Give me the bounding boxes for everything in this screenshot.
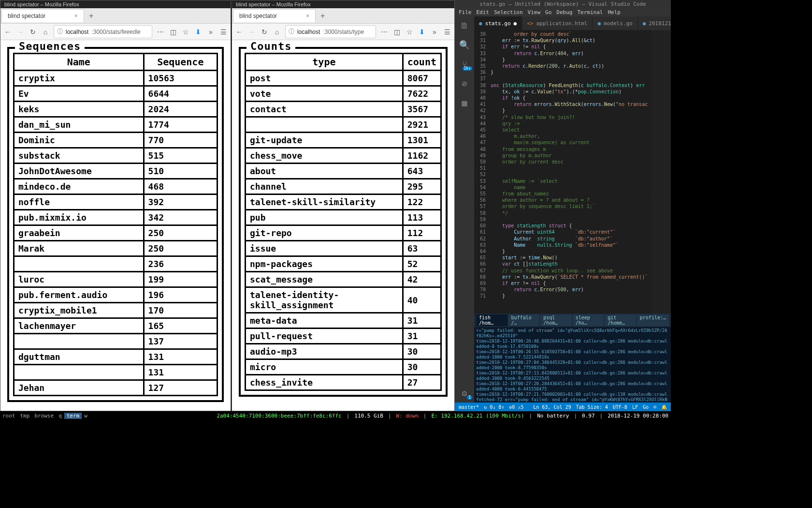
workspace-tmp[interactable]: tmp: [18, 413, 32, 419]
firefox-window-right: blind spectator – Mozilla Firefox blind …: [232, 0, 455, 411]
cell-name: JohnDotAwesome: [14, 164, 144, 179]
gear-icon[interactable]: ⚙: [459, 387, 470, 399]
download-icon[interactable]: ⬇: [418, 28, 426, 36]
table-row: substack515: [14, 148, 218, 164]
reader-icon[interactable]: ◫: [392, 28, 401, 36]
tab-label: blind spectator: [8, 13, 45, 19]
editor-tab[interactable]: ●20181218131...: [638, 16, 671, 30]
terminal-tab[interactable]: fish /hom…: [476, 314, 508, 326]
cell-value: 7622: [403, 86, 441, 102]
overflow-icon[interactable]: »: [430, 28, 439, 36]
cell-name: cryptix_mobile1: [14, 303, 144, 318]
workspace-root[interactable]: root: [0, 413, 18, 419]
cell-value: 131: [144, 349, 217, 365]
language-mode[interactable]: Go: [643, 404, 649, 410]
minimap[interactable]: [652, 30, 671, 314]
menu-item-debug[interactable]: Debug: [556, 9, 572, 15]
eol[interactable]: LF: [632, 404, 638, 410]
encoding[interactable]: UTF-8: [613, 404, 627, 410]
cell-value: 468: [144, 179, 217, 194]
menu-item-help[interactable]: Help: [608, 9, 621, 15]
reload-icon[interactable]: ↻: [29, 28, 37, 36]
close-icon[interactable]: ×: [306, 13, 309, 19]
cell-name: talenet-skill-similarity: [246, 194, 403, 210]
bookmark-icon[interactable]: ☆: [405, 28, 414, 36]
menu-item-selection[interactable]: Selection: [494, 9, 523, 15]
info-icon[interactable]: ⓘ: [289, 28, 294, 36]
url-bar[interactable]: ⓘ localhost:3000/stats/type: [285, 25, 376, 38]
search-icon[interactable]: 🔍: [459, 39, 470, 50]
cursor-position[interactable]: Ln 63, Col 29: [533, 404, 571, 410]
workspace-browse[interactable]: browse: [32, 413, 56, 419]
git-branch[interactable]: master*: [459, 404, 479, 410]
activity-bar: 🗎 🔍 ⑂ ⊘ ▦ ⚙: [455, 16, 474, 403]
cell-name: [14, 365, 144, 380]
back-icon[interactable]: ←: [235, 28, 244, 36]
table-row: Dominic770: [14, 133, 218, 148]
table-row: git-update1301: [246, 133, 441, 148]
tab-strip: blind spectator × +: [232, 8, 454, 24]
menu-item-terminal[interactable]: Terminal: [577, 9, 603, 15]
problems-count[interactable]: ⊘0 ⚠5: [509, 404, 523, 410]
terminal-tab[interactable]: buffalo /…: [508, 314, 540, 326]
url-bar[interactable]: ⓘ localhost:3000/stats/feeedle: [54, 25, 152, 38]
cell-name: noffle: [14, 194, 144, 210]
info-icon[interactable]: ⓘ: [57, 28, 63, 36]
terminal-output[interactable]: r="pump failed: end of stream" id="@Yum5…: [474, 327, 671, 403]
menu-item-file[interactable]: File: [459, 9, 472, 15]
tab-size[interactable]: Tab Size: 4: [576, 404, 608, 410]
forward-icon[interactable]: →: [16, 28, 25, 36]
more-icon[interactable]: ⋯: [156, 28, 165, 36]
reader-icon[interactable]: ◫: [169, 28, 177, 36]
code-area[interactable]: 30 31 32 33 34 35 36 37 38 39 40 41 42 4…: [474, 30, 671, 314]
debug-icon[interactable]: ⊘: [459, 77, 470, 89]
cell-value: 40: [403, 287, 441, 313]
new-tab-button[interactable]: +: [316, 9, 330, 23]
bookmark-icon[interactable]: ☆: [181, 28, 190, 36]
forward-icon[interactable]: →: [247, 28, 256, 36]
menu-item-edit[interactable]: Edit: [477, 9, 490, 15]
terminal-tab[interactable]: git /home…: [605, 314, 636, 326]
cell-value: 6644: [144, 86, 217, 102]
source-control-icon[interactable]: ⑂: [459, 58, 470, 70]
extensions-icon[interactable]: ▦: [459, 97, 470, 108]
terminal-tab[interactable]: psql /hom…: [540, 314, 572, 326]
table-row: issue63: [246, 241, 441, 256]
home-icon[interactable]: ⌂: [41, 28, 50, 36]
more-icon[interactable]: ⋯: [380, 28, 389, 36]
terminal-tab[interactable]: sleep /ho…: [573, 314, 604, 326]
cell-value: 10563: [144, 71, 217, 86]
code-lines[interactable]: order by count desc` err := tx.RawQuery(…: [491, 30, 652, 314]
reload-icon[interactable]: ↻: [260, 28, 269, 36]
workspace-term[interactable]: term: [64, 413, 82, 419]
editor-tab[interactable]: ●stats.go●: [474, 16, 522, 30]
browser-tab[interactable]: blind spectator ×: [233, 9, 316, 22]
table-row: dan_mi_sun1774: [14, 117, 218, 133]
go-file-icon: ●: [597, 20, 601, 27]
terminal-tab[interactable]: profile:…: [637, 314, 669, 326]
menu-icon[interactable]: ☰: [443, 28, 451, 36]
menu-item-view[interactable]: View: [528, 9, 541, 15]
browser-tab[interactable]: blind spectator ×: [1, 9, 84, 22]
workspace-w[interactable]: w: [82, 413, 90, 419]
new-tab-button[interactable]: +: [84, 9, 98, 23]
table-row: vote7622: [246, 86, 441, 102]
editor-tab[interactable]: <>application.html: [522, 16, 593, 30]
download-icon[interactable]: ⬇: [194, 28, 203, 36]
menu-item-go[interactable]: Go: [545, 9, 551, 15]
back-icon[interactable]: ←: [3, 28, 12, 36]
cell-name: [14, 334, 144, 349]
cell-name: git-repo: [246, 225, 403, 241]
home-icon[interactable]: ⌂: [273, 28, 281, 36]
tab-strip: blind spectator × +: [0, 8, 231, 24]
editor-tab[interactable]: ●models.go: [593, 16, 638, 30]
feedback-icon[interactable]: ☺: [653, 404, 656, 410]
workspace-q[interactable]: q: [56, 413, 64, 419]
close-icon[interactable]: ×: [74, 13, 78, 19]
overflow-icon[interactable]: »: [206, 28, 215, 36]
bell-icon[interactable]: 🔔: [661, 404, 667, 410]
explorer-icon[interactable]: 🗎: [459, 19, 470, 31]
cell-value: 27: [403, 375, 441, 390]
menu-icon[interactable]: ☰: [219, 28, 228, 36]
git-sync[interactable]: ↻ 0↓ 8↑: [484, 404, 504, 410]
